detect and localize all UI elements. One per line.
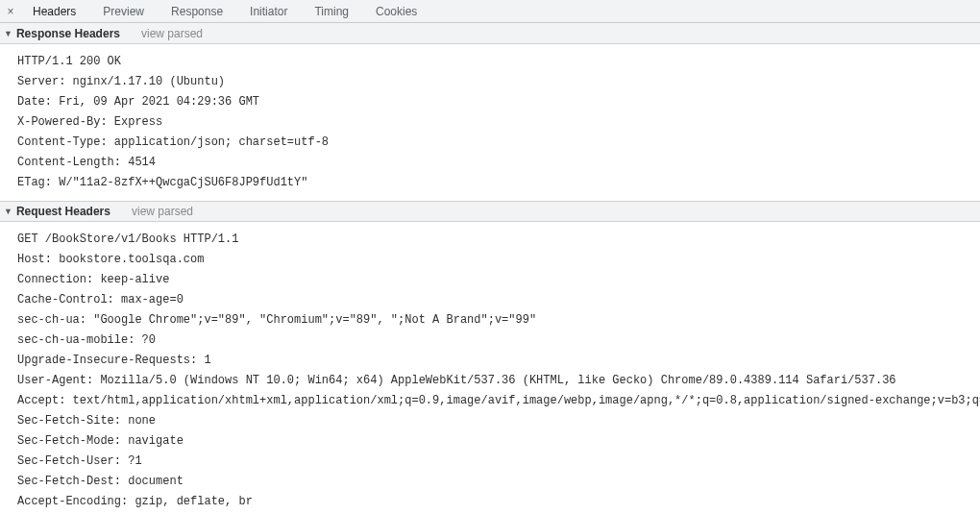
- header-line: Accept: text/html,application/xhtml+xml,…: [17, 391, 980, 411]
- response-headers-section-header[interactable]: ▼ Response Headers view parsed: [0, 23, 980, 44]
- request-headers-title: Request Headers: [16, 205, 110, 218]
- tab-bar: × Headers Preview Response Initiator Tim…: [0, 0, 980, 23]
- close-icon[interactable]: ×: [2, 5, 19, 18]
- header-line: Sec-Fetch-User: ?1: [17, 452, 980, 472]
- header-line: sec-ch-ua-mobile: ?0: [17, 330, 980, 351]
- header-line: Connection: keep-alive: [17, 270, 980, 290]
- view-parsed-link[interactable]: view parsed: [141, 27, 203, 40]
- response-headers-title: Response Headers: [16, 27, 120, 40]
- tab-headers[interactable]: Headers: [19, 0, 89, 23]
- chevron-down-icon[interactable]: ▼: [4, 207, 12, 216]
- header-line: Sec-Fetch-Mode: navigate: [17, 431, 980, 452]
- header-line: GET /BookStore/v1/Books HTTP/1.1: [17, 230, 980, 250]
- request-headers-section-header[interactable]: ▼ Request Headers view parsed: [0, 201, 980, 222]
- tab-preview[interactable]: Preview: [89, 0, 158, 23]
- tab-initiator[interactable]: Initiator: [236, 0, 301, 23]
- request-headers-body: GET /BookStore/v1/Books HTTP/1.1 Host: b…: [0, 222, 980, 514]
- header-line: Server: nginx/1.17.10 (Ubuntu): [17, 72, 980, 92]
- header-line: ETag: W/"11a2-8zfX++QwcgaCjSU6F8JP9fUd1t…: [17, 173, 980, 193]
- header-line: Sec-Fetch-Dest: document: [17, 472, 980, 492]
- header-line: User-Agent: Mozilla/5.0 (Windows NT 10.0…: [17, 371, 980, 391]
- tab-response[interactable]: Response: [158, 0, 236, 23]
- header-line: sec-ch-ua: "Google Chrome";v="89", "Chro…: [17, 310, 980, 330]
- header-line: Sec-Fetch-Site: none: [17, 411, 980, 431]
- header-line: Date: Fri, 09 Apr 2021 04:29:36 GMT: [17, 92, 980, 112]
- response-headers-body: HTTP/1.1 200 OK Server: nginx/1.17.10 (U…: [0, 44, 980, 201]
- chevron-down-icon[interactable]: ▼: [4, 29, 12, 38]
- header-line: Accept-Encoding: gzip, deflate, br: [17, 492, 980, 512]
- header-line: X-Powered-By: Express: [17, 112, 980, 133]
- header-line: Cache-Control: max-age=0: [17, 290, 980, 310]
- header-line: HTTP/1.1 200 OK: [17, 52, 980, 72]
- header-line: Upgrade-Insecure-Requests: 1: [17, 351, 980, 371]
- header-line: Host: bookstore.toolsqa.com: [17, 250, 980, 270]
- view-parsed-link[interactable]: view parsed: [132, 205, 193, 218]
- tab-timing[interactable]: Timing: [301, 0, 362, 23]
- header-line: Content-Length: 4514: [17, 153, 980, 173]
- tab-cookies[interactable]: Cookies: [362, 0, 430, 23]
- header-line: Content-Type: application/json; charset=…: [17, 133, 980, 153]
